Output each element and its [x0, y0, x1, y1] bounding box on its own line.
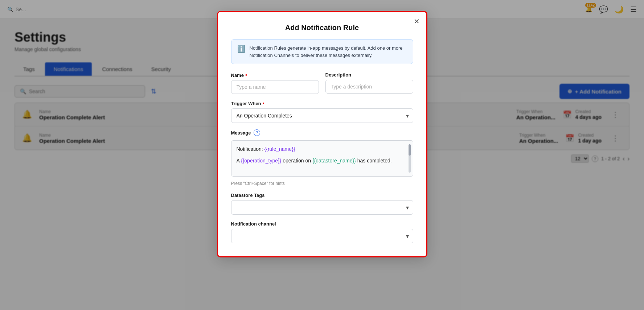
datastore-tags-select[interactable]: [231, 200, 413, 215]
datastore-tags-select-wrap: ▾: [231, 200, 413, 215]
trigger-select-wrap: An Operation Completes ▾: [231, 108, 413, 123]
description-label: Description: [325, 72, 413, 78]
template-var-op-type: {{operation_type}}: [241, 158, 281, 164]
modal-overlay: ✕ Add Notification Rule ℹ️ Notification …: [0, 0, 644, 310]
add-notification-rule-modal: ✕ Add Notification Rule ℹ️ Notification …: [217, 11, 427, 257]
trigger-required-dot: •: [263, 100, 264, 106]
message-area[interactable]: Notification: {{rule_name}} A {{operatio…: [231, 140, 413, 177]
modal-info-banner: ℹ️ Notification Rules generate in-app me…: [231, 39, 413, 64]
form-group-datastore-tags: Datastore Tags ▾: [231, 193, 413, 215]
message-hint: Press "Ctrl+Space" for hints: [231, 181, 413, 186]
trigger-when-label: Trigger When •: [231, 100, 413, 106]
message-line-1: Notification: {{rule_name}}: [237, 145, 408, 153]
template-var-datastore: {{datastore_name}}: [312, 158, 356, 164]
modal-title: Add Notification Rule: [231, 24, 413, 32]
message-line-2: A {{operation_type}} operation on {{data…: [237, 157, 408, 165]
description-input[interactable]: [325, 80, 413, 94]
notification-channel-label: Notification channel: [231, 221, 413, 227]
message-help-icon[interactable]: ?: [254, 129, 260, 136]
message-a: A: [237, 158, 241, 164]
name-required-dot: •: [245, 72, 247, 78]
modal-close-button[interactable]: ✕: [414, 17, 420, 26]
form-group-notification-channel: Notification channel ▾: [231, 221, 413, 243]
datastore-tags-label: Datastore Tags: [231, 193, 413, 198]
name-label: Name •: [231, 72, 319, 78]
template-var-rule-name: {{rule_name}}: [264, 146, 295, 152]
notification-channel-select-wrap: ▾: [231, 229, 413, 243]
notification-channel-select[interactable]: [231, 229, 413, 243]
form-group-name: Name •: [231, 72, 319, 94]
form-group-message: Message ? Notification: {{rule_name}} A …: [231, 129, 413, 186]
form-group-trigger: Trigger When • An Operation Completes ▾: [231, 100, 413, 123]
message-label: Message: [231, 130, 251, 136]
info-icon: ℹ️: [237, 45, 245, 53]
message-on: operation on: [281, 158, 312, 164]
form-row-name-desc: Name • Description: [231, 72, 413, 94]
message-label-row: Message ?: [231, 129, 413, 136]
form-group-description: Description: [325, 72, 413, 94]
modal-info-text: Notification Rules generate in-app messa…: [250, 45, 407, 59]
name-input[interactable]: [231, 80, 319, 94]
message-prefix-1: Notification:: [237, 146, 264, 152]
scrollbar-thumb: [409, 144, 411, 156]
message-suffix: has completed.: [356, 158, 392, 164]
scrollbar: [409, 144, 411, 173]
trigger-select[interactable]: An Operation Completes: [231, 108, 413, 123]
